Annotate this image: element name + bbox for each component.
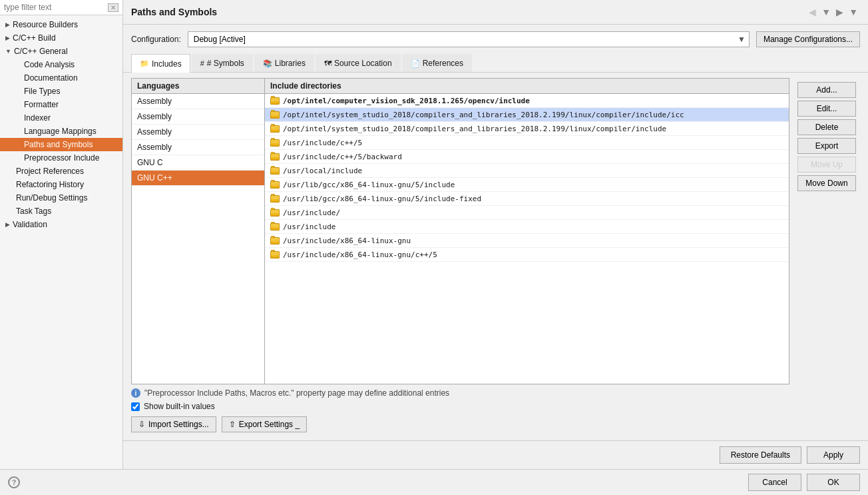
config-label: Configuration:: [131, 35, 181, 44]
include-item[interactable]: /usr/include/c++/5: [265, 136, 789, 150]
include-item[interactable]: /usr/include: [265, 220, 789, 234]
includes-column: Include directories /opt/intel/computer_…: [265, 79, 789, 384]
export-settings-button[interactable]: ⇧ Export Settings _: [222, 416, 307, 432]
help-button[interactable]: ?: [8, 476, 20, 488]
cancel-button[interactable]: Cancel: [748, 474, 801, 491]
include-item[interactable]: /usr/lib/gcc/x86_64-linux-gnu/5/include: [265, 178, 789, 192]
folder-icon: [270, 124, 280, 133]
include-item[interactable]: /opt/intel/system_studio_2018/compilers_…: [265, 122, 789, 136]
nav-forward-button[interactable]: ▶: [834, 5, 845, 19]
lang-item[interactable]: GNU C++: [132, 171, 264, 186]
sidebar-item-formatter[interactable]: Formatter: [0, 98, 122, 111]
search-input[interactable]: [4, 3, 105, 12]
info-row: i "Preprocessor Include Paths, Macros et…: [131, 384, 860, 399]
edit-button[interactable]: Edit...: [797, 101, 856, 117]
lang-item[interactable]: GNU C: [132, 155, 264, 171]
sidebar-tree: ▶Resource Builders▶C/C++ Build▼C/C++ Gen…: [0, 15, 122, 469]
lang-item[interactable]: Assembly: [132, 140, 264, 155]
include-item[interactable]: /usr/include/: [265, 206, 789, 220]
tab-source-location[interactable]: 🗺Source Location: [316, 54, 401, 72]
manage-configurations-button[interactable]: Manage Configurations...: [756, 31, 860, 47]
config-select[interactable]: Debug [Active] Release: [188, 31, 750, 47]
folder-icon: [270, 222, 280, 231]
include-item[interactable]: /opt/intel/system_studio_2018/compilers_…: [265, 108, 789, 122]
move-up-button[interactable]: Move Up: [797, 157, 856, 173]
page-title-bar: Paths and Symbols ◀ ▼ ▶ ▼: [123, 0, 868, 25]
add-button[interactable]: Add...: [797, 82, 856, 98]
sidebar-item-resource-builders[interactable]: ▶Resource Builders: [0, 18, 122, 31]
main-window: ✕ ▶Resource Builders▶C/C++ Build▼C/C++ G…: [0, 0, 868, 495]
sidebar-item-c/c++-build[interactable]: ▶C/C++ Build: [0, 31, 122, 45]
nav-forward-dropdown[interactable]: ▼: [847, 5, 860, 19]
right-section: Paths and Symbols ◀ ▼ ▶ ▼ Configuration:…: [123, 0, 868, 469]
folder-icon: [270, 250, 280, 259]
restore-defaults-button[interactable]: Restore Defaults: [720, 446, 801, 464]
tab-icon-0: 📁: [140, 59, 149, 68]
languages-header: Languages: [132, 79, 264, 94]
export-settings-label: Export Settings _: [239, 420, 300, 429]
include-item[interactable]: /usr/local/include: [265, 164, 789, 178]
tab-icon-1: #: [200, 59, 204, 67]
sidebar-item-run/debug-settings[interactable]: Run/Debug Settings: [0, 191, 122, 205]
nav-arrows: ◀ ▼ ▶ ▼: [807, 5, 860, 19]
sidebar-item-preprocessor-include[interactable]: Preprocessor Include: [0, 151, 122, 165]
apply-button[interactable]: Apply: [807, 446, 860, 464]
sidebar-item-language-mappings[interactable]: Language Mappings: [0, 125, 122, 138]
tree-arrow: ▶: [5, 35, 10, 41]
config-row: Configuration: Debug [Active] Release ▼ …: [123, 25, 868, 54]
tree-arrow: ▶: [5, 21, 10, 28]
table-area: Languages AssemblyAssemblyAssemblyAssemb…: [131, 78, 860, 384]
lang-item[interactable]: Assembly: [132, 109, 264, 125]
sidebar-item-file-types[interactable]: File Types: [0, 85, 122, 98]
export-button[interactable]: Export: [797, 138, 856, 154]
tab-includes[interactable]: 📁Includes: [131, 54, 190, 73]
sidebar-item-paths-and-symbols[interactable]: Paths and Symbols: [0, 138, 122, 151]
import-icon: ⇩: [138, 420, 145, 429]
folder-icon: [270, 194, 280, 203]
sidebar-item-code-analysis[interactable]: Code Analysis: [0, 58, 122, 71]
languages-column: Languages AssemblyAssemblyAssemblyAssemb…: [132, 79, 265, 384]
folder-icon: [270, 236, 280, 245]
actions-column: Add... Edit... Delete Export Move Up Mov…: [793, 78, 860, 384]
sidebar-item-c/c++-general[interactable]: ▼C/C++ General: [0, 45, 122, 58]
import-settings-label: Import Settings...: [148, 420, 209, 429]
sidebar-item-documentation[interactable]: Documentation: [0, 71, 122, 85]
bottom-bar: Restore Defaults Apply: [123, 440, 868, 469]
import-settings-button[interactable]: ⇩ Import Settings...: [131, 416, 216, 432]
move-down-button[interactable]: Move Down: [797, 175, 856, 191]
lang-item[interactable]: Assembly: [132, 94, 264, 109]
folder-icon: [270, 138, 280, 147]
include-item[interactable]: /usr/include/c++/5/backward: [265, 150, 789, 164]
include-item[interactable]: /usr/lib/gcc/x86_64-linux-gnu/5/include-…: [265, 192, 789, 206]
nav-back-button[interactable]: ◀: [807, 5, 818, 19]
include-item[interactable]: /usr/include/x86_64-linux-gnu/c++/5: [265, 248, 789, 262]
tab--symbols[interactable]: ## Symbols: [192, 54, 253, 72]
tree-arrow: ▶: [5, 221, 10, 228]
info-icon: i: [131, 388, 140, 398]
sidebar-item-refactoring-history[interactable]: Refactoring History: [0, 178, 122, 191]
sidebar: ✕ ▶Resource Builders▶C/C++ Build▼C/C++ G…: [0, 0, 123, 469]
tabs-bar: 📁Includes## Symbols📚Libraries🗺Source Loc…: [123, 54, 868, 73]
folder-icon: [270, 152, 280, 161]
tree-arrow: ▼: [5, 48, 11, 55]
tab-references[interactable]: 📄References: [402, 54, 472, 72]
import-export-row: ⇩ Import Settings... ⇧ Export Settings _: [131, 414, 860, 435]
tab-libraries[interactable]: 📚Libraries: [254, 54, 314, 72]
nav-back-dropdown[interactable]: ▼: [819, 5, 833, 19]
include-item[interactable]: /usr/include/x86_64-linux-gnu: [265, 234, 789, 248]
search-bar: ✕: [0, 0, 122, 15]
export-icon: ⇧: [229, 420, 236, 429]
show-builtin-label: Show built-in values: [144, 402, 215, 411]
sidebar-item-validation[interactable]: ▶Validation: [0, 218, 122, 231]
show-builtin-checkbox[interactable]: [131, 402, 140, 411]
ok-button[interactable]: OK: [807, 474, 860, 491]
include-item[interactable]: /opt/intel/computer_vision_sdk_2018.1.26…: [265, 94, 789, 108]
folder-icon: [270, 96, 280, 105]
lang-item[interactable]: Assembly: [132, 125, 264, 140]
sidebar-item-project-references[interactable]: Project References: [0, 165, 122, 178]
sidebar-item-indexer[interactable]: Indexer: [0, 111, 122, 125]
sidebar-item-task-tags[interactable]: Task Tags: [0, 205, 122, 218]
delete-button[interactable]: Delete: [797, 119, 856, 135]
clear-icon[interactable]: ✕: [108, 3, 118, 12]
folder-icon: [270, 166, 280, 175]
